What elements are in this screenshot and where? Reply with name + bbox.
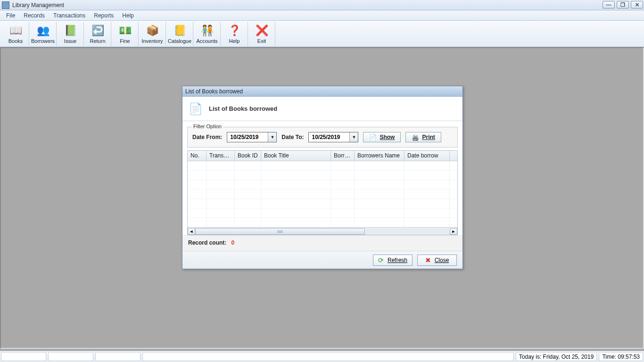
toolbar-catalogue-label: Catalogue <box>168 38 191 44</box>
toolbar-catalogue[interactable]: 📒 Catalogue <box>166 22 193 46</box>
toolbar-return[interactable]: ↩️ Return <box>84 22 111 46</box>
toolbar-exit-label: Exit <box>257 38 266 44</box>
date-to-input[interactable] <box>309 132 349 142</box>
grid-body <box>188 161 457 227</box>
return-icon: ↩️ <box>90 24 105 37</box>
menu-bar: File Records Transactions Reports Help <box>0 10 644 21</box>
date-from-label: Date From: <box>192 134 222 140</box>
child-window-borrowed-books: List of Books borrowed 📄 List of Books b… <box>182 86 463 269</box>
toolbar-borrowers-label: Borrowers <box>31 38 55 44</box>
col-borrower-name[interactable]: Borrowers Name <box>355 151 405 161</box>
child-header-title: List of Books borrowed <box>209 105 277 112</box>
toolbar-help-label: Help <box>229 38 240 44</box>
date-to-label: Date To: <box>281 134 304 140</box>
document-icon: 📄 <box>369 134 377 141</box>
toolbar-issue[interactable]: 📗 Issue <box>57 22 84 46</box>
close-icon: ✖ <box>425 256 431 264</box>
show-button-label: Show <box>380 134 395 140</box>
status-cell-3 <box>95 352 140 361</box>
refresh-button[interactable]: ⟳ Refresh <box>373 255 413 266</box>
toolbar-fine-label: Fine <box>120 38 130 44</box>
filter-legend: Filter Option <box>191 123 223 129</box>
report-person-icon: 📄 <box>187 100 204 117</box>
toolbar-books-label: Books <box>8 38 23 44</box>
child-titlebar[interactable]: List of Books borrowed <box>182 86 462 97</box>
grid-horizontal-scrollbar[interactable]: ◄ ► <box>188 227 457 235</box>
main-titlebar: Library Management — ❐ ✕ <box>0 0 644 10</box>
menu-records[interactable]: Records <box>19 10 49 20</box>
book-icon: 📖 <box>8 24 23 37</box>
scroll-right-arrow-icon[interactable]: ► <box>450 228 457 235</box>
col-transaction[interactable]: Transa… <box>206 151 235 161</box>
minimize-button[interactable]: — <box>603 1 615 8</box>
people-icon: 👥 <box>35 24 50 37</box>
status-cell-1 <box>1 352 46 361</box>
col-date-borrow[interactable]: Date borrow <box>405 151 450 161</box>
filter-option-group: Filter Option Date From: ▼ Date To: ▼ 📄 … <box>187 127 458 148</box>
date-from-combo[interactable]: ▼ <box>227 132 277 142</box>
issue-icon: 📗 <box>63 24 78 37</box>
record-count-label: Record count: <box>188 239 226 246</box>
status-today: Today is: Friday, Oct 25, 2019 <box>516 352 597 361</box>
col-borrower-id[interactable]: Borro… <box>331 151 355 161</box>
record-count-bar: Record count: 0 <box>182 235 462 251</box>
col-no[interactable]: No. <box>188 151 206 161</box>
refresh-icon: ⟳ <box>378 256 384 264</box>
menu-help[interactable]: Help <box>118 10 138 20</box>
toolbar-return-label: Return <box>90 38 105 44</box>
status-cell-spacer <box>142 352 514 361</box>
app-title: Library Management <box>12 2 64 8</box>
record-count-value: 0 <box>231 239 234 246</box>
toolbar-fine[interactable]: 💵 Fine <box>111 22 139 46</box>
catalogue-icon: 📒 <box>172 24 187 37</box>
menu-file[interactable]: File <box>2 10 19 20</box>
date-from-input[interactable] <box>227 132 268 142</box>
printer-icon: 🖨️ <box>412 134 419 141</box>
print-button[interactable]: 🖨️ Print <box>405 132 441 142</box>
toolbar-inventory[interactable]: 📦 Inventory <box>139 22 166 46</box>
maximize-button[interactable]: ❐ <box>617 1 629 8</box>
boxes-icon: 📦 <box>145 24 160 37</box>
results-grid: No. Transa… Book ID Book Title Borro… Bo… <box>187 150 458 235</box>
scroll-thumb[interactable] <box>195 228 365 235</box>
menu-transactions[interactable]: Transactions <box>49 10 90 20</box>
help-icon: ❓ <box>227 24 242 37</box>
col-book-id[interactable]: Book ID <box>235 151 261 161</box>
status-time: Time: 09:57:53 <box>599 352 643 361</box>
toolbar-inventory-label: Inventory <box>141 38 163 44</box>
app-icon <box>2 1 9 9</box>
child-footer: ⟳ Refresh ✖ Close <box>182 251 462 269</box>
chevron-down-icon[interactable]: ▼ <box>349 132 358 142</box>
scroll-track[interactable] <box>195 228 450 235</box>
toolbar-books[interactable]: 📖 Books <box>2 22 29 46</box>
chevron-down-icon[interactable]: ▼ <box>268 132 276 142</box>
grid-header-row: No. Transa… Book ID Book Title Borro… Bo… <box>188 151 457 161</box>
close-button[interactable]: ✖ Close <box>417 255 457 266</box>
main-toolbar: 📖 Books 👥 Borrowers 📗 Issue ↩️ Return 💵 … <box>0 21 644 47</box>
toolbar-exit[interactable]: ❌ Exit <box>248 22 275 46</box>
toolbar-accounts-label: Accounts <box>196 38 217 44</box>
accounts-icon: 🧑‍🤝‍🧑 <box>199 24 215 37</box>
toolbar-issue-label: Issue <box>64 38 76 44</box>
show-button[interactable]: 📄 Show <box>363 132 401 142</box>
child-header: 📄 List of Books borrowed <box>182 97 462 121</box>
close-window-button[interactable]: ✕ <box>631 1 643 8</box>
date-to-combo[interactable]: ▼ <box>308 132 358 142</box>
menu-reports[interactable]: Reports <box>90 10 118 20</box>
status-bar: Today is: Friday, Oct 25, 2019 Time: 09:… <box>0 351 644 362</box>
toolbar-help[interactable]: ❓ Help <box>221 22 248 46</box>
toolbar-borrowers[interactable]: 👥 Borrowers <box>29 22 57 46</box>
money-icon: 💵 <box>117 24 132 37</box>
mdi-client-area: List of Books borrowed 📄 List of Books b… <box>0 47 644 349</box>
exit-icon: ❌ <box>254 24 269 37</box>
scroll-left-arrow-icon[interactable]: ◄ <box>188 228 195 235</box>
child-title: List of Books borrowed <box>185 88 243 95</box>
toolbar-accounts[interactable]: 🧑‍🤝‍🧑 Accounts <box>193 22 221 46</box>
refresh-button-label: Refresh <box>388 257 407 263</box>
print-button-label: Print <box>422 134 435 140</box>
close-button-label: Close <box>435 257 449 263</box>
col-book-title[interactable]: Book Title <box>261 151 331 161</box>
status-cell-2 <box>48 352 93 361</box>
